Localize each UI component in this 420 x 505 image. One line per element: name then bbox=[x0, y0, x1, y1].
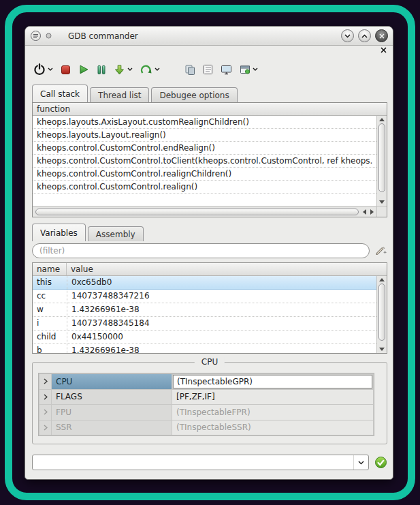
combo-dropdown-icon[interactable] bbox=[353, 455, 368, 470]
variables-panel: name value this 0xc65db0 cc 140737488347… bbox=[32, 262, 387, 354]
command-row bbox=[32, 455, 387, 470]
close-button[interactable] bbox=[375, 29, 388, 42]
copy-icon bbox=[184, 64, 195, 75]
run-icon bbox=[78, 64, 89, 75]
filter-input[interactable] bbox=[32, 243, 370, 258]
call-stack-row[interactable]: kheops.control.CustomControl.realign() bbox=[33, 181, 376, 194]
call-stack-row[interactable]: kheops.control.CustomControl.toClient(kh… bbox=[33, 155, 376, 168]
shade-button[interactable] bbox=[341, 29, 354, 42]
clear-filter-icon[interactable] bbox=[374, 245, 387, 256]
dropdown-chevron-icon bbox=[155, 67, 160, 72]
gdb-command-combobox[interactable] bbox=[32, 455, 369, 470]
scroll-down-icon[interactable] bbox=[379, 348, 385, 351]
power-icon bbox=[33, 63, 46, 76]
variables-header: name value bbox=[33, 263, 387, 276]
source-list-button[interactable] bbox=[203, 64, 213, 75]
call-stack-row[interactable]: kheops.layouts.AxisLayout.customRealignC… bbox=[33, 116, 376, 129]
scroll-left-icon[interactable] bbox=[363, 209, 366, 215]
cpu-group-title: CPU bbox=[195, 357, 225, 367]
cpu-inspector: CPU (TInspectableGPR) FLAGS [PF,ZF,IF] F… bbox=[38, 373, 374, 436]
call-stack-panel: function kheops.layouts.AxisLayout.custo… bbox=[32, 102, 387, 217]
call-stack-header: function bbox=[33, 103, 387, 116]
step-into-icon bbox=[114, 64, 125, 76]
pin-icon[interactable] bbox=[46, 33, 52, 39]
variables-row[interactable]: cc 140737488347216 bbox=[33, 290, 376, 303]
expand-arrow-icon[interactable] bbox=[39, 390, 51, 405]
client-area: Call stack Thread list Debugee options f… bbox=[25, 46, 393, 480]
call-stack-row[interactable]: kheops.layouts.Layout.realign() bbox=[33, 129, 376, 142]
close-icon bbox=[379, 33, 385, 39]
call-stack-row[interactable]: kheops.control.CustomControl.realignChil… bbox=[33, 168, 376, 181]
cpu-inspector-row[interactable]: CPU (TInspectableGPR) bbox=[39, 374, 373, 389]
call-stack-row[interactable]: kheops.control.CustomControl.endRealign(… bbox=[33, 142, 376, 155]
expand-arrow-icon[interactable] bbox=[39, 405, 51, 420]
call-stack-rows: kheops.layouts.AxisLayout.customRealignC… bbox=[33, 116, 376, 206]
debug-tabs: Call stack Thread list Debugee options bbox=[32, 85, 240, 102]
scroll-right-icon[interactable] bbox=[370, 209, 374, 215]
chevron-up-icon bbox=[361, 34, 368, 38]
debug-toolbar bbox=[33, 59, 258, 80]
stop-icon bbox=[61, 65, 71, 75]
cpu-groupbox: CPU CPU (TInspectableGPR) FLAGS [PF,ZF,I… bbox=[32, 362, 387, 444]
column-header-name[interactable]: name bbox=[33, 263, 67, 275]
stop-button[interactable] bbox=[61, 65, 71, 75]
horizontal-scrollbar[interactable] bbox=[33, 206, 376, 217]
watch-window-icon bbox=[240, 65, 251, 75]
window-title: GDB commander bbox=[68, 31, 138, 41]
tab-call-stack[interactable]: Call stack bbox=[32, 85, 88, 102]
variables-row[interactable]: i 140737488345184 bbox=[33, 317, 376, 331]
scrollbar-corner bbox=[376, 206, 387, 217]
tab-variables[interactable]: Variables bbox=[32, 224, 86, 241]
scroll-up-icon[interactable] bbox=[379, 118, 385, 121]
dropdown-chevron-icon bbox=[253, 67, 258, 72]
inspect-tabs: Variables Assembly bbox=[32, 224, 146, 241]
filter-row bbox=[32, 243, 387, 258]
source-list-icon bbox=[203, 64, 213, 75]
monitor-button[interactable] bbox=[221, 65, 232, 75]
dropdown-chevron-icon bbox=[48, 67, 53, 72]
power-button[interactable] bbox=[33, 63, 53, 76]
variables-row[interactable]: w 1.43266961e-38 bbox=[33, 303, 376, 317]
gdb-commander-window: GDB commander bbox=[25, 26, 393, 480]
step-over-button[interactable] bbox=[140, 64, 160, 75]
cpu-inspector-row[interactable]: FPU (TInspectableFPR) bbox=[39, 405, 373, 420]
scrollbar-thumb[interactable] bbox=[378, 123, 385, 192]
ok-icon[interactable] bbox=[374, 456, 387, 469]
dropdown-chevron-icon bbox=[127, 67, 133, 72]
step-over-icon bbox=[140, 64, 152, 75]
titlebar-buttons bbox=[341, 29, 388, 42]
vertical-scrollbar[interactable] bbox=[376, 276, 387, 353]
panel-close-icon[interactable] bbox=[381, 47, 387, 53]
scrollbar-thumb[interactable] bbox=[378, 284, 385, 341]
step-into-button[interactable] bbox=[114, 64, 133, 76]
variables-row[interactable]: this 0xc65db0 bbox=[33, 276, 376, 290]
tab-debugee-options[interactable]: Debugee options bbox=[151, 87, 237, 102]
monitor-icon bbox=[221, 65, 232, 75]
chevron-down-icon bbox=[344, 34, 351, 38]
cpu-inspector-row[interactable]: FLAGS [PF,ZF,IF] bbox=[39, 390, 373, 405]
scroll-up-icon[interactable] bbox=[379, 278, 385, 281]
variables-row[interactable]: child 0x44150000 bbox=[33, 331, 376, 344]
tab-assembly[interactable]: Assembly bbox=[88, 226, 144, 241]
variables-row[interactable]: b 1.43266961e-38 bbox=[33, 344, 376, 353]
watch-window-button[interactable] bbox=[240, 65, 258, 75]
gdb-command-input[interactable] bbox=[33, 455, 353, 470]
variables-rows: this 0xc65db0 cc 140737488347216 w 1.432… bbox=[33, 276, 376, 353]
tab-thread-list[interactable]: Thread list bbox=[90, 87, 149, 102]
cpu-inspector-row[interactable]: SSR (TInspectableSSR) bbox=[39, 420, 373, 435]
column-header-function: function bbox=[33, 104, 70, 114]
column-header-value[interactable]: value bbox=[67, 264, 387, 274]
vertical-scrollbar[interactable] bbox=[376, 116, 387, 206]
scrollbar-thumb[interactable] bbox=[35, 209, 359, 215]
expand-arrow-icon[interactable] bbox=[39, 420, 51, 435]
expand-arrow-icon[interactable] bbox=[39, 374, 51, 389]
app-icon[interactable] bbox=[30, 30, 42, 42]
pause-button[interactable] bbox=[97, 65, 106, 75]
scroll-down-icon[interactable] bbox=[379, 200, 385, 204]
titlebar[interactable]: GDB commander bbox=[25, 27, 393, 46]
copy-call-stack-button[interactable] bbox=[184, 64, 195, 75]
run-button[interactable] bbox=[78, 64, 89, 75]
pause-icon bbox=[97, 65, 106, 75]
maximize-button[interactable] bbox=[358, 29, 371, 42]
